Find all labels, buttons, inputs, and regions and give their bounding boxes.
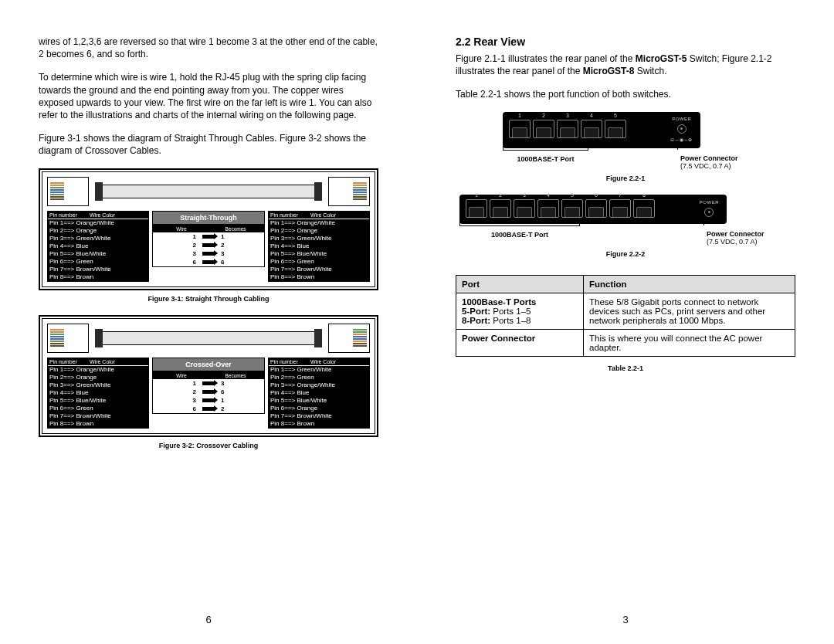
map-a: 1 — [193, 380, 196, 387]
power-label: POWER — [672, 117, 691, 121]
table-caption: Table 2.2-1 — [456, 364, 795, 372]
pin-row: Pin 2==> Green — [269, 374, 369, 381]
port-num: 4 — [581, 113, 602, 118]
pin-row: Pin 3==> Green/White — [48, 381, 148, 389]
rj45-pair — [47, 324, 370, 353]
map-hdr-b: Becomes — [208, 373, 263, 378]
th-function: Function — [584, 275, 795, 293]
product-name: MicroGST-8 — [583, 66, 635, 76]
mapping-label: Straight-Through — [152, 211, 265, 225]
port-num: 2 — [490, 192, 510, 198]
rj45-connector-icon — [328, 324, 370, 353]
pin-row: Pin 8==> Brown — [48, 420, 148, 428]
pin-hdr-a: Pin number — [270, 359, 310, 364]
pin-row: Pin 5==> Blue/White — [48, 250, 148, 258]
map-a: 6 — [193, 259, 196, 266]
arrow-icon — [202, 260, 215, 264]
right-para-2: Table 2.2-1 shows the port function of b… — [456, 88, 795, 100]
map-a: 2 — [193, 242, 196, 249]
td-port: Power Connector — [456, 329, 584, 356]
port-num: 1 — [466, 192, 486, 198]
pin-row: Pin 8==> Brown — [269, 420, 369, 428]
port-variant: 8-Port: — [462, 316, 490, 325]
map-b: 1 — [221, 233, 224, 240]
pin-hdr-b: Wire Color — [310, 359, 336, 364]
td-function: These 5/8 Gigabit ports connect to netwo… — [584, 293, 795, 329]
switch-5-figure: 1 2 3 4 5 POWER ⊖─◉─⊕ 1000BASE-T Port Po… — [487, 112, 764, 170]
figure-2-2-1-caption: Figure 2.2-1 — [456, 175, 795, 182]
map-a: 1 — [193, 233, 196, 240]
map-b: 3 — [221, 250, 224, 257]
table-row: Power Connector This is where you will c… — [456, 329, 795, 356]
section-title: 2.2 Rear View — [456, 36, 795, 48]
switch-body-icon: 1 2 3 4 5 6 7 8 POWER — [459, 195, 727, 224]
callouts: 1000BASE-T Port Power Connector (7.5 VDC… — [459, 225, 792, 246]
map-b: 6 — [221, 388, 224, 395]
figure-3-1: Pin numberWire Color Pin 1==> Orange/Whi… — [39, 168, 378, 290]
pin-row: Pin 1==> Orange/White — [48, 366, 148, 374]
product-name: MicroGST-5 — [636, 53, 687, 64]
pin-table-right: Pin numberWire Color Pin 1==> Orange/Whi… — [268, 211, 370, 282]
pin-row: Pin 7==> Brown/White — [269, 412, 369, 420]
figure-3-1-inner: Pin numberWire Color Pin 1==> Orange/Whi… — [42, 171, 375, 287]
callout-power: Power Connector (7.5 VDC, 0.7 A) — [700, 225, 792, 246]
center-mapping: Straight-Through WireBecomes 11 22 33 66 — [152, 211, 265, 267]
pin-row: Pin 6==> Orange — [269, 405, 369, 412]
port-num: 1 — [510, 113, 530, 118]
rj45-connector-icon — [47, 324, 89, 353]
arrow-icon — [202, 398, 215, 402]
port-function-table: Port Function 1000Base-T Ports 5-Port: P… — [456, 275, 795, 357]
port-num: 5 — [605, 113, 626, 118]
switch-body-icon: 1 2 3 4 5 POWER ⊖─◉─⊕ — [503, 112, 700, 148]
pin-row: Pin 2==> Orange — [48, 374, 148, 381]
arrow-icon — [202, 235, 215, 239]
rj45-connector-icon — [328, 177, 370, 206]
pin-row: Pin 6==> Green — [48, 258, 148, 266]
left-para-1: wires of 1,2,3,6 are reversed so that wi… — [39, 36, 378, 60]
map-b: 2 — [221, 242, 224, 249]
arrow-icon — [202, 252, 215, 256]
arrow-icon — [202, 390, 215, 394]
rj45-pair — [47, 177, 370, 206]
pin-row: Pin 1==> Green/White — [269, 366, 369, 374]
mapping-label: Crossed-Over — [152, 358, 265, 371]
map-b: 1 — [221, 397, 224, 404]
port-num: 7 — [610, 192, 630, 198]
pin-hdr-b: Wire Color — [310, 212, 336, 218]
power-jack-icon — [704, 208, 714, 217]
table-row: 1000Base-T Ports 5-Port: Ports 1–5 8-Por… — [456, 293, 795, 329]
callout-power-label: Power Connector — [707, 230, 792, 238]
port-num: 4 — [538, 192, 558, 198]
map-b: 3 — [221, 380, 224, 387]
page-number-right: 3 — [417, 614, 834, 625]
callout-power-spec: (7.5 VDC, 0.7 A) — [707, 238, 792, 246]
left-para-3: Figure 3-1 shows the diagram of Straight… — [39, 132, 378, 157]
map-b: 6 — [221, 259, 224, 266]
map-a: 6 — [193, 405, 196, 412]
port-variant: 5-Port: — [462, 307, 490, 316]
power-jack-icon — [677, 124, 687, 134]
text: Switch. — [634, 66, 666, 76]
pin-hdr-b: Wire Color — [90, 212, 115, 218]
pin-hdr-a: Pin number — [49, 212, 90, 218]
map-a: 2 — [193, 388, 196, 395]
map-table: WireBecomes 11 22 33 66 — [152, 225, 265, 267]
arrow-icon — [202, 407, 215, 411]
table-header-row: Port Function — [456, 275, 795, 293]
pin-row: Pin 8==> Brown — [48, 273, 148, 281]
page-number-left: 6 — [0, 614, 417, 625]
pin-hdr-a: Pin number — [49, 359, 90, 364]
left-page: wires of 1,2,3,6 are reversed so that wi… — [0, 0, 417, 644]
pin-mapping-row: Pin numberWire Color Pin 1==> Orange/Whi… — [47, 211, 370, 282]
rj45-connector-icon — [47, 177, 89, 206]
pin-mapping-row: Pin numberWire Color Pin 1==> Orange/Whi… — [47, 358, 370, 429]
pin-row: Pin 4==> Blue — [269, 242, 369, 250]
td-function: This is where you will connect the AC po… — [584, 329, 795, 356]
map-hdr-b: Becomes — [208, 226, 263, 232]
arrow-icon — [202, 381, 215, 385]
port-range: Ports 1–5 — [490, 307, 531, 316]
pin-row: Pin 1==> Orange/White — [48, 219, 148, 227]
pin-row: Pin 4==> Blue — [48, 389, 148, 397]
th-port: Port — [456, 275, 584, 293]
power-section-icon: POWER ⊖─◉─⊕ — [670, 117, 694, 142]
